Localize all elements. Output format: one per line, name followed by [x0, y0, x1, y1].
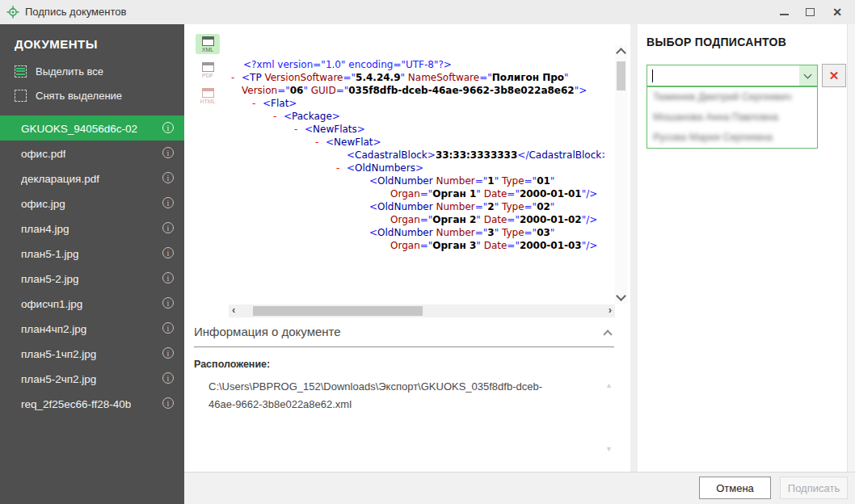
file-item[interactable]: офис.pdfi	[0, 141, 184, 166]
file-item[interactable]: план5-1чп2.jpgi	[0, 341, 184, 366]
file-item[interactable]: офисчп1.jpgi	[0, 291, 184, 316]
xml-line: <OldNumber Number="2" Type="02" Organ="О…	[229, 200, 604, 226]
combobox-dropdown-button[interactable]	[799, 65, 817, 86]
select-all-button[interactable]: Выделить все	[0, 59, 184, 83]
info-icon[interactable]: i	[162, 272, 174, 284]
file-name: план5-1чп2.jpg	[21, 342, 96, 366]
select-all-label: Выделить все	[36, 65, 103, 78]
scroll-indicator-up-icon[interactable]: ▲	[605, 381, 613, 389]
info-icon[interactable]: i	[162, 222, 174, 233]
file-item[interactable]: план4.jpgi	[0, 216, 184, 241]
info-icon[interactable]: i	[162, 172, 174, 183]
xml-line: <?xml version="1.0" encoding="UTF-8"?>	[229, 58, 604, 71]
deselect-all-label: Снять выделение	[36, 90, 122, 102]
collapse-chevron-icon[interactable]	[603, 330, 612, 338]
format-tab-xml[interactable]: XML	[196, 34, 220, 54]
scroll-indicator-down-icon[interactable]: ▼	[605, 445, 613, 453]
xml-line: <OldNumber Number="3" Type="03" Organ="О…	[229, 226, 604, 252]
file-name: план5-2.jpg	[21, 267, 78, 291]
file-name: план4.jpg	[21, 216, 69, 241]
document-path: C:\Users\PBPROG_152\Downloads\Экспорт\GK…	[208, 378, 556, 414]
vertical-scroll-thumb[interactable]	[617, 61, 625, 90]
app-target-icon	[6, 6, 19, 19]
horizontal-scroll-thumb[interactable]	[253, 306, 423, 316]
signer-option[interactable]: Тюменев Дмитрий Сергеевич	[647, 87, 817, 107]
info-icon[interactable]: i	[162, 397, 174, 409]
xml-content: <?xml version="1.0" encoding="UTF-8"?>-<…	[229, 53, 604, 304]
collapse-marker[interactable]: -	[336, 162, 339, 174]
format-tab-label: PDF	[196, 73, 220, 78]
scroll-down-icon[interactable]	[616, 291, 626, 301]
signer-search-input[interactable]	[647, 65, 800, 86]
info-icon[interactable]: i	[162, 122, 174, 133]
xml-line: -<NewFlats>	[229, 123, 604, 136]
sidebar-title: ДОКУМЕНТЫ	[0, 24, 184, 59]
info-icon[interactable]: i	[162, 197, 174, 208]
documents-sidebar: ДОКУМЕНТЫ Выделить все Снять выделение G…	[0, 24, 184, 504]
horizontal-scrollbar[interactable]: ‹ ›	[229, 304, 615, 317]
collapse-marker[interactable]: -	[252, 97, 255, 110]
xml-line: -<Flat>	[229, 97, 604, 110]
titlebar: Подпись документов ✕	[0, 0, 855, 24]
xml-line: -<TP VersionSoftware="5.4.24.9" NameSoft…	[229, 71, 604, 97]
footer-bar: Отмена Подписать	[184, 472, 855, 504]
file-name: req_2f25ec66-ff28-40b	[21, 392, 131, 416]
sign-documents-window: { "window": { "title": "Подпись документ…	[0, 0, 855, 504]
clear-signer-button[interactable]: ✕	[822, 64, 846, 87]
file-item[interactable]: req_2f25ec66-ff28-40bi	[0, 391, 184, 416]
close-button[interactable]: ✕	[826, 0, 849, 24]
signer-selection-panel: ВЫБОР ПОДПИСАНТОВ ✕ Тюменев Дмитрий Серг…	[638, 24, 847, 472]
sign-button[interactable]: Подписать	[780, 477, 848, 499]
file-item[interactable]: план5-2чп2.jpgi	[0, 366, 184, 391]
deselect-all-button[interactable]: Снять выделение	[0, 83, 184, 107]
info-icon[interactable]: i	[162, 347, 174, 359]
clear-x-icon: ✕	[829, 69, 840, 82]
info-icon[interactable]: i	[162, 147, 174, 158]
info-icon[interactable]: i	[162, 322, 174, 334]
xml-line: -<OldNumbers>	[229, 162, 604, 174]
document-preview-panel: XMLPDFHTML <?xml version="1.0" encoding=…	[184, 24, 630, 472]
file-item[interactable]: декларация.pdfi	[0, 166, 184, 191]
window-title: Подпись документов	[25, 6, 126, 18]
info-icon[interactable]: i	[162, 247, 174, 258]
file-list: GKUOKS_94056d6c-02iофис.pdfiдекларация.p…	[0, 116, 184, 416]
collapse-marker[interactable]: -	[273, 110, 276, 123]
format-tab-html[interactable]: HTML	[196, 86, 220, 106]
file-item[interactable]: план5-2.jpgi	[0, 266, 184, 291]
scroll-right-icon[interactable]: ›	[609, 304, 612, 316]
file-item[interactable]: план5-1.jpgi	[0, 241, 184, 266]
xml-line: <CadastralBlock>33:33:3333333</Cadastral…	[229, 149, 604, 162]
collapse-marker[interactable]: -	[231, 71, 234, 84]
signer-option[interactable]: Мошанова Анна Павловна	[647, 107, 817, 128]
vertical-scrollbar[interactable]	[615, 45, 627, 304]
chevron-down-icon	[804, 71, 812, 79]
xml-line: <OldNumber Number="1" Type="01" Organ="О…	[229, 174, 604, 200]
document-format-icon	[202, 62, 214, 72]
file-name: план4чп2.jpg	[21, 317, 86, 341]
format-tab-label: HTML	[196, 99, 220, 104]
signer-combobox[interactable]	[647, 65, 818, 86]
maximize-button[interactable]	[798, 0, 821, 24]
collapse-marker[interactable]: -	[294, 123, 297, 136]
text-caret	[652, 69, 653, 82]
minimize-button[interactable]	[773, 0, 795, 24]
file-item[interactable]: GKUOKS_94056d6c-02i	[0, 116, 184, 141]
scroll-up-icon[interactable]	[616, 48, 626, 58]
format-tab-pdf[interactable]: PDF	[196, 60, 220, 80]
file-name: GKUOKS_94056d6c-02	[21, 116, 137, 141]
document-info-header: Информация о документе	[194, 325, 614, 347]
file-item[interactable]: план4чп2.jpgi	[0, 316, 184, 341]
file-name: офис.jpg	[21, 191, 65, 216]
info-icon[interactable]: i	[162, 297, 174, 309]
signer-panel-title: ВЫБОР ПОДПИСАНТОВ	[647, 36, 786, 48]
panel-separator	[630, 24, 638, 472]
info-icon[interactable]: i	[162, 372, 174, 384]
file-item[interactable]: офис.jpgi	[0, 191, 184, 216]
scroll-left-icon[interactable]: ‹	[232, 304, 235, 316]
cancel-button[interactable]: Отмена	[699, 477, 771, 499]
signer-option[interactable]: Русова Мария Сергеевна	[647, 128, 817, 148]
xml-line: -<NewFlat>	[229, 136, 604, 149]
location-label: Расположение:	[194, 359, 270, 370]
collapse-marker[interactable]: -	[315, 136, 318, 149]
document-info-title: Информация о документе	[194, 325, 341, 338]
